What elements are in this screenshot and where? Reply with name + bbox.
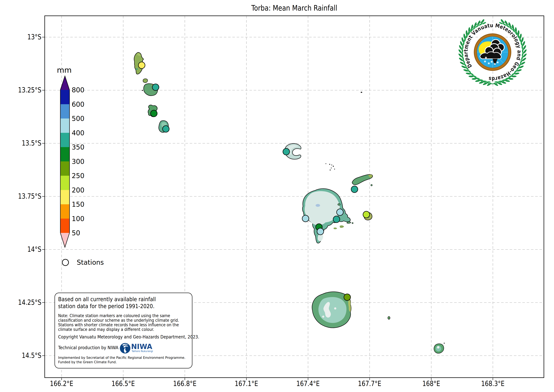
y-tick-label: 14.5°S [7, 351, 42, 359]
station-marker [283, 148, 290, 155]
stations-legend-label: Stations [77, 259, 104, 266]
station-marker [302, 215, 309, 222]
info-box-funding: Implemented by Secretariat of the Pacifi… [58, 356, 192, 364]
svg-text:★: ★ [484, 56, 487, 60]
y-tick-label: 13.75°S [7, 192, 42, 200]
colorbar-unit-label: mm [57, 66, 72, 74]
island-merelava [434, 343, 445, 353]
info-box-heading: Based on all currently available rainfal… [58, 296, 169, 310]
islets-rowa [325, 163, 335, 170]
x-tick-label: 168.3°E [476, 379, 510, 388]
station-marker [344, 294, 351, 301]
y-tick-label: 14°S [7, 245, 42, 253]
svg-text:★: ★ [483, 59, 486, 63]
y-tick-label: 13°S [7, 33, 42, 41]
x-tick-label: 168°E [414, 379, 449, 388]
x-tick-label: 167.1°E [229, 379, 264, 388]
niwa-tagline: Taihoro Nukurangi [132, 350, 153, 353]
station-marker [151, 110, 157, 117]
niwa-logo-icon [119, 343, 131, 354]
svg-text:300: 300 [72, 158, 84, 165]
svg-text:600: 600 [72, 100, 84, 108]
svg-text:500: 500 [72, 115, 84, 122]
svg-text:★: ★ [487, 61, 490, 65]
svg-text:150: 150 [72, 201, 84, 208]
niwa-name: NIWA [131, 343, 152, 351]
svg-text:250: 250 [72, 172, 84, 180]
island-metoma [143, 79, 147, 83]
y-tick-label: 13.25°S [7, 86, 42, 94]
station-marker [317, 228, 324, 235]
station-marker [333, 216, 340, 223]
svg-text:800: 800 [72, 86, 84, 94]
info-box-production: Technical production by NIWA [58, 345, 124, 350]
info-box-copyright: Copyright Vanuatu Meteorology and Geo-Ha… [58, 334, 212, 340]
stations-legend-marker-icon [62, 259, 69, 266]
vmgd-logo: ★★ ★★ ★★ Department Vanuatu Meteorology … [458, 19, 527, 86]
x-tick-label: 167.4°E [291, 379, 325, 388]
svg-text:★: ★ [493, 62, 496, 66]
svg-text:100: 100 [72, 215, 84, 223]
svg-text:400: 400 [72, 129, 84, 137]
island-vanua-lava [303, 189, 353, 243]
station-marker [163, 126, 169, 132]
station-marker [351, 186, 358, 193]
svg-text:200: 200 [72, 186, 84, 194]
y-tick-label: 14.25°S [7, 298, 42, 306]
y-tick-label: 13.5°S [7, 139, 42, 147]
station-marker [337, 209, 343, 216]
svg-text:★: ★ [490, 60, 493, 64]
station-markers-layer [138, 62, 370, 301]
rainfall-map-page: { "title": "Torba: Mean March Rainfall",… [0, 0, 554, 392]
info-box-note: Note: Climate station markers are colour… [58, 314, 190, 332]
rainfall-colorbar: 80060050040035030025020015010050 [60, 76, 84, 247]
islet-vet-tagde [360, 92, 362, 93]
station-marker [363, 211, 370, 218]
station-marker [138, 62, 145, 69]
svg-text:★: ★ [496, 60, 499, 64]
svg-text:350: 350 [72, 143, 84, 151]
station-marker [152, 84, 159, 91]
page-title: Torba: Mean March Rainfall [45, 3, 544, 12]
x-tick-label: 166.8°E [167, 379, 202, 388]
x-tick-label: 166.5°E [106, 379, 141, 388]
island-merig [388, 316, 390, 319]
svg-text:50: 50 [72, 229, 80, 237]
x-tick-label: 166.2°E [44, 379, 79, 388]
x-tick-label: 167.7°E [352, 379, 387, 388]
